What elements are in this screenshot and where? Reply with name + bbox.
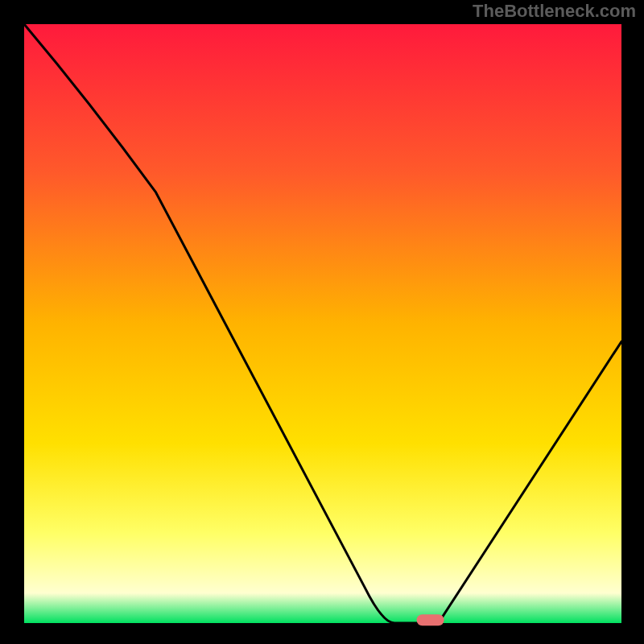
bottleneck-chart (0, 0, 644, 644)
optimal-marker (417, 614, 444, 625)
plot-background (24, 24, 621, 623)
watermark-text: TheBottleneck.com (473, 1, 636, 22)
chart-container: TheBottleneck.com (0, 0, 644, 644)
